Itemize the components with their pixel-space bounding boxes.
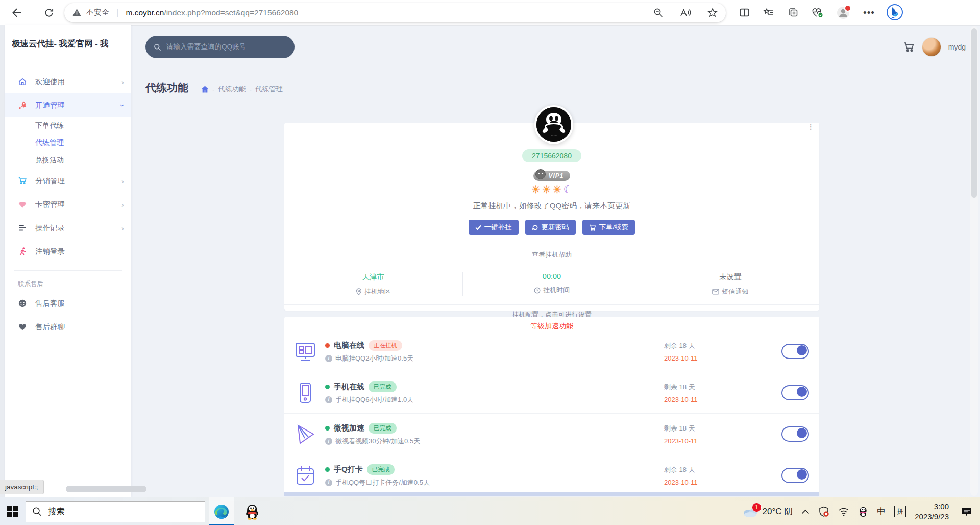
sidebar-item-cards[interactable]: 卡密管理 ›: [5, 193, 131, 216]
checkin-toggle[interactable]: [781, 468, 809, 483]
horizontal-scrollbar-thumb[interactable]: [66, 486, 146, 492]
rehang-button[interactable]: 一键补挂: [469, 220, 519, 235]
edge-icon: [214, 504, 229, 519]
breadcrumb-sep: -: [250, 86, 252, 93]
taskbar-weather[interactable]: 1 20°C 阴: [743, 506, 793, 517]
qq-tray-icon[interactable]: [858, 506, 868, 517]
page-url[interactable]: m.coybr.cn/index.php?mod=set&qq=27156620…: [126, 8, 298, 17]
phone-online-toggle[interactable]: [781, 385, 809, 400]
taskbar-search-input[interactable]: 搜索: [26, 501, 205, 522]
taskbar-clock[interactable]: 3:00 2023/9/23: [915, 502, 949, 521]
header-right: mydg: [903, 36, 966, 58]
info-icon: i: [325, 396, 332, 403]
feature-desc: 电脑挂QQ2小时/加速0.5天: [335, 354, 413, 363]
qq-number-badge: 2715662080: [522, 149, 581, 162]
favorite-star-icon[interactable]: [707, 8, 718, 18]
cart-icon: [589, 224, 596, 231]
sidebar-subitem-manage[interactable]: 代练管理: [5, 134, 131, 152]
weather-condition: 阴: [784, 507, 793, 516]
home-icon: [18, 77, 27, 86]
url-domain: m.coybr.cn: [126, 8, 164, 17]
link-status-tooltip: javascript:;: [0, 480, 44, 494]
clock-icon: [534, 287, 541, 294]
qq-search-input[interactable]: 请输入需要查询的QQ账号: [145, 36, 295, 58]
security-shield-icon[interactable]: [818, 506, 829, 517]
notification-center-icon[interactable]: [961, 506, 973, 518]
taskbar-qq-button[interactable]: [240, 497, 264, 525]
breadcrumb-item[interactable]: 代练功能: [218, 85, 246, 94]
home-icon[interactable]: [201, 86, 209, 93]
stat-hang-time[interactable]: 00:00 挂机时间: [463, 272, 642, 296]
qq-level-icons: ☀ ☀ ☀ ☾: [531, 184, 573, 195]
sidebar-item-support[interactable]: 售后客服: [5, 292, 131, 315]
zoom-out-icon[interactable]: [653, 8, 664, 18]
sidebar-item-welcome[interactable]: 欢迎使用 ›: [5, 70, 131, 93]
avatar[interactable]: [922, 37, 941, 57]
security-label[interactable]: 不安全: [86, 8, 109, 17]
back-icon[interactable]: [5, 3, 28, 23]
ime-pinyin-indicator[interactable]: 拼: [894, 506, 906, 517]
search-placeholder: 请输入需要查询的QQ账号: [166, 42, 246, 52]
sidebar-subitem-redeem[interactable]: 兑换活动: [5, 152, 131, 169]
stat-sms-notify[interactable]: 未设置 短信通知: [641, 272, 819, 296]
sidebar-item-logout[interactable]: 注销登录: [5, 240, 131, 263]
status-badge: 已完成: [367, 464, 395, 475]
taskbar-edge-button[interactable]: [209, 497, 234, 525]
card-options-icon[interactable]: ⁝: [810, 126, 812, 130]
stat-region[interactable]: 天津市 挂机地区: [284, 272, 463, 296]
diamond-icon: [18, 200, 27, 209]
order-renew-button[interactable]: 下单/续费: [582, 220, 635, 235]
features-card: 等级加速功能 电脑在线 正在挂机 i 电脑挂QQ2小时/加速0.5天 剩余 18…: [284, 317, 819, 496]
stats-row: 天津市 挂机地区 00:00 挂机时间 未设置 短信通知: [284, 265, 819, 304]
feature-name: 电脑在线: [334, 341, 364, 350]
account-card: ⁝ 2715662080 VIP1 ☀ ☀ ☀ ☾ 正常挂机中，如修改了QQ密码…: [284, 123, 819, 311]
username: mydg: [948, 43, 966, 51]
section-title: 等级加速功能: [284, 317, 819, 331]
start-button[interactable]: [0, 497, 26, 525]
favorites-list-icon[interactable]: [763, 8, 774, 18]
screen: 不安全 | m.coybr.cn/index.php?mod=set&qq=27…: [0, 0, 980, 525]
status-badge: 正在挂机: [369, 340, 402, 351]
refresh-icon: [532, 224, 538, 231]
sidebar-item-group-chat[interactable]: 售后群聊: [5, 315, 131, 339]
clock-time: 3:00: [915, 502, 949, 512]
profile-avatar-icon[interactable]: [837, 6, 850, 19]
vip-label: VIP1: [548, 172, 564, 179]
cart-icon[interactable]: [903, 42, 915, 52]
envelope-icon: [712, 289, 719, 295]
search-icon: [154, 43, 161, 51]
sidebar-item-distribution[interactable]: 分销管理 ›: [5, 169, 131, 193]
stat-label: 挂机地区: [364, 287, 391, 296]
weishi-toggle[interactable]: [781, 426, 809, 442]
browser-essentials-icon[interactable]: [812, 7, 823, 18]
wifi-icon[interactable]: [838, 507, 849, 516]
stat-value: 00:00: [543, 272, 561, 280]
address-bar[interactable]: 不安全 | m.coybr.cn/index.php?mod=set&qq=27…: [64, 3, 726, 22]
collections-icon[interactable]: [788, 7, 798, 18]
location-pin-icon: [356, 288, 362, 295]
refresh-icon[interactable]: [38, 3, 60, 23]
read-aloud-icon[interactable]: [680, 8, 691, 18]
hidden-icons-chevron[interactable]: [801, 509, 810, 514]
bing-chat-icon[interactable]: [885, 3, 904, 22]
split-screen-icon[interactable]: [739, 7, 750, 18]
sidebar-item-logs[interactable]: 操作记录 ›: [5, 216, 131, 240]
feature-name: 手机在线: [334, 382, 364, 392]
scrollbar-thumb[interactable]: [971, 28, 977, 198]
hang-help-link[interactable]: 查看挂机帮助: [284, 245, 819, 265]
windows-logo-icon: [7, 506, 18, 517]
cart-icon: [18, 176, 27, 185]
sidebar-item-activation[interactable]: 开通管理 ›: [5, 93, 131, 117]
ime-language-indicator[interactable]: 中: [877, 506, 886, 517]
chevron-right-icon: ›: [121, 224, 124, 232]
page-scrollbar[interactable]: [970, 26, 978, 496]
pc-online-toggle[interactable]: [781, 344, 809, 359]
sidebar-subitem-order[interactable]: 下单代练: [5, 117, 131, 134]
more-menu-icon[interactable]: •••: [863, 7, 875, 18]
expiry-date: 2023-10-11: [664, 354, 781, 362]
stat-value: 天津市: [362, 272, 385, 282]
update-password-button[interactable]: 更新密码: [525, 220, 576, 235]
breadcrumb-sep: -: [212, 86, 215, 93]
subitem-label: 下单代练: [35, 121, 64, 130]
taskbar-search-placeholder: 搜索: [48, 506, 65, 517]
